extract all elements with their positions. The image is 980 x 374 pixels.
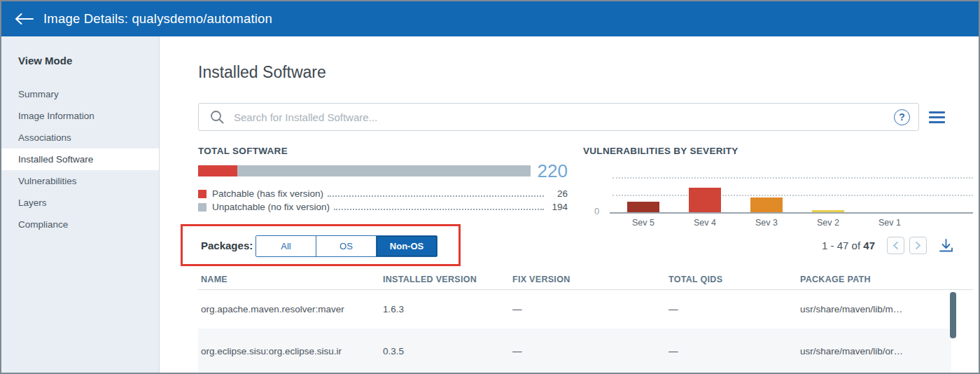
previous-page-button[interactable] bbox=[887, 237, 904, 254]
search-input[interactable] bbox=[224, 111, 894, 123]
packages-os-button[interactable]: OS bbox=[316, 236, 377, 256]
y-axis-zero-label: 0 bbox=[594, 206, 599, 216]
patchable-swatch bbox=[198, 190, 206, 198]
vulnerabilities-by-severity-panel: VULNERABILITIES BY SEVERITY 0 Sev 5 bbox=[583, 146, 973, 237]
bar-sev-3 bbox=[750, 198, 783, 212]
chevron-left-icon bbox=[892, 241, 899, 250]
x-label-sev-1: Sev 1 bbox=[859, 218, 920, 228]
x-axis-baseline bbox=[610, 212, 973, 214]
unpatchable-label: Unpatchable (no fix version) bbox=[212, 202, 330, 212]
legend-row-patchable: Patchable (has fix version) 26 bbox=[198, 187, 568, 200]
cell-name: org.eclipse.sisu:org.eclipse.sisu.ir bbox=[201, 346, 383, 356]
table-scrollbar-thumb[interactable] bbox=[950, 292, 956, 338]
column-header-package-path[interactable]: PACKAGE PATH bbox=[800, 275, 973, 289]
cell-total-qids: — bbox=[668, 346, 800, 356]
sidebar-nav: Summary Image Information Associations I… bbox=[1, 83, 159, 235]
cell-package-path: usr/share/maven/lib/or… bbox=[800, 346, 951, 356]
cell-fix-version: — bbox=[512, 304, 668, 314]
pagination-total: 47 bbox=[863, 240, 875, 251]
x-label-sev-2: Sev 2 bbox=[797, 218, 859, 228]
arrow-left-icon bbox=[14, 13, 34, 25]
cell-package-path: usr/share/maven/lib/m… bbox=[800, 304, 951, 314]
column-header-fix-version[interactable]: FIX VERSION bbox=[512, 275, 668, 289]
x-label-sev-3: Sev 3 bbox=[736, 218, 797, 228]
sidebar-item-summary[interactable]: Summary bbox=[1, 83, 159, 105]
total-software-panel: TOTAL SOFTWARE 220 Patchable (has fix ve… bbox=[198, 146, 568, 214]
pagination-range-text: 1 - 47 of bbox=[822, 240, 860, 251]
patchable-label: Patchable (has fix version) bbox=[212, 188, 323, 199]
help-icon[interactable]: ? bbox=[894, 109, 910, 125]
dotted-leader bbox=[334, 204, 544, 210]
total-software-legend: Patchable (has fix version) 26 Unpatchab… bbox=[198, 187, 568, 214]
unpatchable-value: 194 bbox=[548, 202, 568, 212]
x-label-sev-5: Sev 5 bbox=[612, 218, 674, 228]
view-mode-sidebar: View Mode Summary Image Information Asso… bbox=[1, 36, 160, 373]
total-software-heading: TOTAL SOFTWARE bbox=[198, 146, 568, 156]
total-software-count: 220 bbox=[538, 165, 568, 176]
packages-label: Packages: bbox=[201, 240, 253, 251]
download-button[interactable] bbox=[939, 239, 953, 253]
search-icon bbox=[210, 110, 224, 124]
sidebar-item-image-information[interactable]: Image Information bbox=[1, 105, 159, 127]
severity-bar-chart: 0 Sev 5 Sev 4 Sev 3 Sev 2 Sev 1 bbox=[583, 167, 973, 237]
sidebar-heading: View Mode bbox=[18, 55, 159, 67]
image-details-window: Image Details: qualysdemo/automation Vie… bbox=[0, 0, 980, 374]
installed-software-table: NAME INSTALLED VERSION FIX VERSION TOTAL… bbox=[198, 275, 973, 373]
total-software-stacked-bar bbox=[198, 165, 531, 176]
total-software-bar-patchable bbox=[198, 165, 237, 176]
packages-toggle-group: All OS Non-OS bbox=[255, 235, 438, 257]
main-content: Installed Software ? TOTAL SOFTWARE 220 bbox=[160, 36, 979, 373]
sidebar-item-vulnerabilities[interactable]: Vulnerabilities bbox=[1, 170, 159, 192]
cell-total-qids: — bbox=[668, 304, 800, 314]
cell-installed-version: 1.6.3 bbox=[383, 304, 512, 314]
column-header-total-qids[interactable]: TOTAL QIDS bbox=[668, 275, 800, 289]
pagination-bar: 1 - 47 of 47 bbox=[822, 237, 953, 254]
bar-sev-5 bbox=[627, 202, 659, 212]
bar-sev-2 bbox=[812, 210, 844, 212]
sidebar-item-compliance[interactable]: Compliance bbox=[1, 214, 159, 235]
search-bar: ? bbox=[198, 103, 919, 131]
patchable-value: 26 bbox=[548, 188, 568, 199]
packages-non-os-button[interactable]: Non-OS bbox=[377, 236, 437, 256]
vulnerabilities-heading: VULNERABILITIES BY SEVERITY bbox=[583, 146, 973, 156]
sidebar-item-associations[interactable]: Associations bbox=[1, 127, 159, 148]
page-title: Installed Software bbox=[198, 63, 326, 82]
dotted-leader bbox=[328, 191, 544, 197]
sidebar-item-installed-software[interactable]: Installed Software bbox=[1, 148, 159, 170]
window-title: Image Details: qualysdemo/automation bbox=[43, 11, 272, 27]
table-row[interactable]: org.eclipse.sisu:org.eclipse.sisu.ir 0.3… bbox=[198, 328, 951, 373]
x-label-sev-4: Sev 4 bbox=[674, 218, 736, 228]
download-icon bbox=[939, 239, 953, 253]
unpatchable-swatch bbox=[198, 203, 206, 212]
legend-row-unpatchable: Unpatchable (no fix version) 194 bbox=[198, 200, 568, 214]
bar-sev-4 bbox=[689, 188, 721, 212]
table-header-row: NAME INSTALLED VERSION FIX VERSION TOTAL… bbox=[198, 275, 973, 289]
pagination-range: 1 - 47 of 47 bbox=[822, 240, 875, 251]
cell-name: org.apache.maven.resolver:maver bbox=[201, 304, 383, 314]
hamburger-menu-icon[interactable] bbox=[929, 111, 945, 123]
next-page-button[interactable] bbox=[909, 237, 927, 254]
top-header-bar: Image Details: qualysdemo/automation bbox=[1, 1, 979, 36]
back-button[interactable] bbox=[14, 13, 43, 25]
cell-fix-version: — bbox=[512, 346, 668, 356]
chevron-right-icon bbox=[915, 241, 921, 250]
table-row[interactable]: org.apache.maven.resolver:maver 1.6.3 — … bbox=[198, 290, 951, 328]
column-header-name[interactable]: NAME bbox=[201, 275, 383, 289]
column-header-installed-version[interactable]: INSTALLED VERSION bbox=[383, 275, 512, 289]
cell-installed-version: 0.3.5 bbox=[383, 346, 512, 356]
sidebar-item-layers[interactable]: Layers bbox=[1, 192, 159, 214]
packages-all-button[interactable]: All bbox=[256, 236, 316, 256]
